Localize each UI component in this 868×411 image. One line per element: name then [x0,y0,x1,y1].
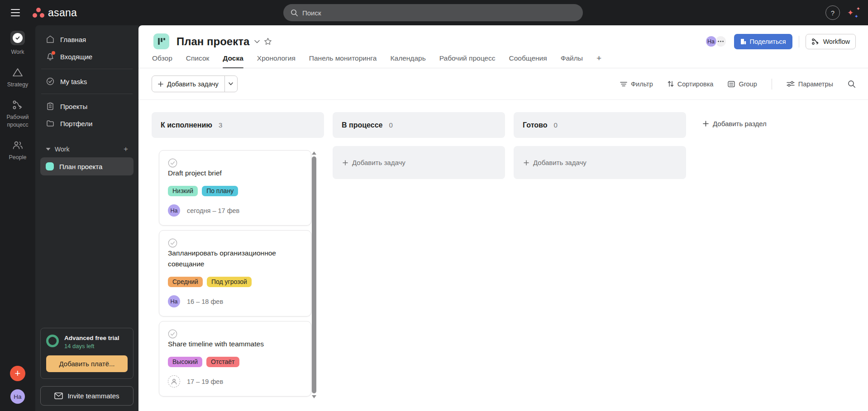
tab-board[interactable]: Доска [223,54,243,68]
column-header-in-progress[interactable]: В процессе 0 [333,112,505,138]
project-tabs: Обзор Список Доска Хронология Панель мон… [138,50,868,68]
add-task-split-button[interactable]: Добавить задачу [152,76,238,92]
column-header-done[interactable]: Готово 0 [514,112,686,138]
options-button[interactable]: Параметры [787,80,833,88]
priority-badge[interactable]: Высокий [168,357,202,367]
assignee-avatar[interactable]: На [168,295,180,307]
unassigned-avatar-icon[interactable] [168,375,180,387]
due-dates: сегодня – 17 фев [187,207,239,214]
user-avatar[interactable]: На [10,389,25,404]
filter-button[interactable]: Фильтр [620,80,653,88]
task-card[interactable]: Share timeline with teammates Высокий От… [159,321,311,397]
priority-badge[interactable]: Низкий [168,186,198,196]
add-task-caret-button[interactable] [224,76,237,92]
task-check-icon[interactable] [168,158,177,168]
tab-files[interactable]: Файлы [561,54,583,68]
invite-teammates-button[interactable]: Invite teammates [40,386,134,406]
status-badge[interactable]: Под угрозой [207,277,252,287]
sidebar-section-work[interactable]: Work + [40,141,134,157]
sidebar-project-plan-proekta[interactable]: План проекта [40,157,134,175]
tab-dashboard[interactable]: Панель мониторинга [309,54,377,68]
column-add-task-button[interactable]: Добавить задачу [514,146,686,179]
help-button[interactable]: ? [825,5,840,20]
star-icon[interactable] [264,38,272,45]
main-content: План проекта На Поделиться Workflow Обзо… [138,25,868,411]
trial-title: Advanced free trial [64,335,119,341]
sidebar-divider [41,69,133,69]
people-icon [11,140,24,151]
task-check-icon[interactable] [168,329,177,339]
page-title: План проекта [176,35,249,48]
add-task-label: Добавить задачу [352,159,405,166]
sidebar-item-portfolios[interactable]: Портфели [40,115,134,132]
tab-messages[interactable]: Сообщения [509,54,547,68]
sidebar-item-inbox[interactable]: Входящие [40,48,134,65]
add-task-button[interactable]: Добавить задачу [152,76,224,92]
ai-sparkles-icon[interactable]: ✦✦✦ [847,6,861,19]
tab-overview[interactable]: Обзор [152,54,172,68]
tab-list[interactable]: Список [186,54,210,68]
asana-logo[interactable]: asana [33,7,77,19]
group-button[interactable]: Group [728,80,757,88]
scroll-down-arrow[interactable] [312,395,316,398]
options-label: Параметры [798,80,833,88]
task-card[interactable]: Запланировать организационное совещание … [159,230,311,317]
tab-add-icon[interactable]: + [596,53,601,69]
add-billing-button[interactable]: Добавить платё... [46,355,128,372]
hamburger-menu-icon[interactable] [6,4,24,22]
create-button[interactable]: + [10,366,25,381]
board-search-button[interactable] [848,80,856,88]
sidebar: Главная Входящие My tasks Проекты Портфе… [35,25,138,411]
column-add-task-button[interactable]: Добавить задачу [333,146,505,179]
priority-badge[interactable]: Средний [168,277,203,287]
sidebar-item-home[interactable]: Главная [40,31,134,48]
rail-item-work[interactable]: Work [10,31,25,56]
group-icon [728,81,735,87]
search-input[interactable]: Поиск [283,4,583,21]
assignee-avatar[interactable]: На [168,204,180,217]
title-chevron-down-icon[interactable] [254,40,260,43]
column-scrollbar[interactable] [311,151,317,398]
rail-item-strategy[interactable]: Strategy [7,67,29,89]
tab-calendar[interactable]: Календарь [391,54,426,68]
search-icon [291,9,298,17]
sidebar-divider [41,94,133,94]
rail-label-work: Work [11,48,24,56]
home-icon [46,35,55,44]
plus-icon [524,160,529,165]
scrollbar-thumb[interactable] [312,156,316,393]
due-dates: 16 – 18 фев [187,298,223,305]
share-button[interactable]: Поделиться [734,34,792,49]
task-check-icon[interactable] [168,238,177,248]
tab-timeline[interactable]: Хронология [257,54,296,68]
rail-item-workflow[interactable]: Рабочий процесс [2,99,33,129]
task-card[interactable]: Draft project brief Низкий По плану На с… [159,150,311,226]
status-badge[interactable]: По плану [202,186,238,196]
column-header-todo[interactable]: К исполнению 3 [152,112,324,138]
board-toolbar: Добавить задачу Фильтр Сортировка Group [138,68,868,100]
column-title: В процессе [342,121,382,129]
workflow-button[interactable]: Workflow [806,34,856,49]
sidebar-item-my-tasks[interactable]: My tasks [40,73,134,90]
status-badge[interactable]: Отстаёт [206,357,239,367]
add-section-button[interactable]: Добавить раздел [703,120,767,128]
topbar: asana Поиск ? ✦✦✦ [0,0,868,25]
scroll-up-arrow[interactable] [312,151,316,155]
add-project-icon[interactable]: + [124,145,128,154]
asana-wordmark: asana [48,7,77,19]
sort-label: Сортировка [677,80,714,88]
tab-workflow[interactable]: Рабочий процесс [439,54,496,68]
sort-button[interactable]: Сортировка [668,80,714,88]
project-board-icon[interactable] [153,33,169,49]
rail-label-workflow: Рабочий процесс [2,113,33,129]
share-org-icon [740,38,746,45]
member-avatar[interactable]: На [705,35,717,47]
bell-icon [46,52,55,61]
work-check-icon [10,31,25,45]
sidebar-item-projects[interactable]: Проекты [40,98,134,115]
sidebar-item-label: My tasks [60,78,87,85]
rail-item-people[interactable]: People [9,140,27,161]
notification-dot [52,51,55,55]
add-task-label: Добавить задачу [533,159,587,166]
kanban-board: К исполнению 3 Draft project brief Низки… [138,100,868,397]
